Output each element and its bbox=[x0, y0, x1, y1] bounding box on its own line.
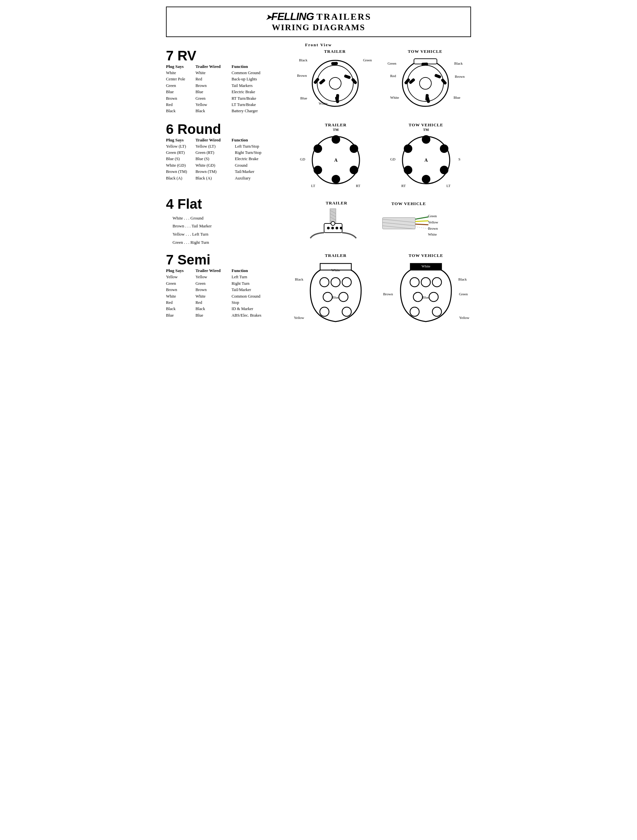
svg-point-32 bbox=[440, 166, 448, 174]
rv7-tow-brown-lbl: Brown bbox=[455, 74, 465, 79]
semi7-row: WhiteWhiteCommon Ground bbox=[166, 293, 291, 300]
flat4-brown-lbl: Brown bbox=[428, 226, 438, 232]
svg-point-33 bbox=[422, 175, 430, 183]
round6-col2-header: Trailer Wired bbox=[196, 137, 232, 143]
rv7-heading: 7 RV bbox=[166, 49, 291, 63]
rv7-trailer-brown-lbl: Brown bbox=[297, 74, 307, 77]
svg-point-47 bbox=[331, 221, 335, 226]
round6-trailer-group: TRAILER A bbox=[308, 122, 364, 189]
rv7-col3-header: Function bbox=[232, 64, 291, 69]
svg-point-43 bbox=[327, 227, 330, 229]
rv7-tow-blue-lbl: Blue bbox=[454, 95, 460, 99]
round6-left: 6 Round Plug Says Trailer Wired Function… bbox=[166, 122, 291, 182]
rv7-tow-group: TOW VEHICLE Green bbox=[398, 49, 453, 109]
round6-row: White (GD)White (GD)Ground bbox=[166, 163, 291, 169]
semi7-trailer-group: TRAILER bbox=[305, 253, 366, 331]
semi7-heading: 7 Semi bbox=[166, 253, 291, 267]
rv7-diagrams: TRAILER bbox=[291, 49, 471, 109]
round6-tow-lt-lbl: LT bbox=[446, 184, 450, 188]
round6-tow-group: TOW VEHICLE A TM S GD RT LT bbox=[398, 122, 454, 189]
round6-trailer-tm-lbl: TM bbox=[333, 128, 339, 131]
svg-point-31 bbox=[440, 144, 448, 153]
svg-point-70 bbox=[413, 292, 423, 302]
semi7-col3-header: Function bbox=[232, 268, 291, 273]
svg-point-59 bbox=[331, 278, 340, 287]
flat4-tow-label: TOW VEHICLE bbox=[379, 201, 438, 206]
round6-table-headers: Plug Says Trailer Wired Function bbox=[166, 137, 291, 143]
rv7-tow-label: TOW VEHICLE bbox=[398, 49, 453, 54]
front-view-label: Front View bbox=[166, 42, 471, 47]
brand-logo: ➤FELLING bbox=[266, 11, 314, 23]
semi7-tow-white-lbl: White bbox=[421, 264, 430, 268]
flat4-yellow-lbl: Yellow bbox=[428, 219, 438, 226]
svg-point-44 bbox=[331, 227, 334, 229]
rv7-row: WhiteWhiteCommon Ground bbox=[166, 70, 291, 76]
semi7-trailer-yellow-lbl: Yellow bbox=[294, 316, 304, 320]
svg-point-58 bbox=[320, 278, 329, 287]
flat4-item: Green . . . Right Turn bbox=[166, 238, 271, 247]
round6-trailer-label: TRAILER bbox=[308, 122, 364, 128]
rv7-row: BrownGreenRT Turn/Brake bbox=[166, 95, 291, 102]
round6-trailer-svg: A bbox=[308, 129, 364, 188]
header-box: ➤FELLING Trailers Wiring Diagrams bbox=[166, 6, 471, 37]
rv7-trailer-black-lbl: Black bbox=[299, 58, 307, 62]
flat4-trailer-label: TRAILER bbox=[304, 201, 369, 206]
rv7-row: RedYellowLT Turn/Brake bbox=[166, 102, 291, 108]
rv7-col2-header: Trailer Wired bbox=[196, 64, 232, 69]
flat4-tow-grp: TOW VEHICLE bbox=[379, 201, 438, 242]
semi7-tow-yellow-lbl: Yellow bbox=[459, 316, 469, 320]
flat4-item: Yellow . . . Left Turn bbox=[166, 231, 271, 238]
rv7-tow-green-lbl: Green bbox=[388, 62, 397, 65]
round6-tow-rt-lbl: RT bbox=[402, 184, 406, 188]
rv7-tow-svg bbox=[398, 55, 453, 108]
svg-point-12 bbox=[419, 77, 431, 89]
svg-point-27 bbox=[314, 144, 322, 153]
round6-section: 6 Round Plug Says Trailer Wired Function… bbox=[166, 122, 471, 189]
svg-text:A: A bbox=[334, 158, 337, 163]
svg-point-2 bbox=[330, 77, 341, 89]
flat4-left: 4 Flat White . . . GroundBrown . . . Tai… bbox=[166, 197, 271, 247]
svg-point-25 bbox=[332, 175, 340, 183]
rv7-data-rows: WhiteWhiteCommon GroundCenter PoleRedBac… bbox=[166, 70, 291, 115]
svg-point-61 bbox=[323, 292, 332, 302]
svg-point-22 bbox=[332, 135, 340, 144]
semi7-tow-label: TOW VEHICLE bbox=[396, 253, 456, 258]
rv7-row: Center PoleRedBack-up Lights bbox=[166, 76, 291, 82]
svg-rect-14 bbox=[421, 63, 428, 66]
round6-diagrams: TRAILER A bbox=[291, 122, 471, 189]
semi7-row: BlackBlackID & Marker bbox=[166, 306, 291, 312]
semi7-tow-black-lbl: Black bbox=[458, 277, 467, 281]
svg-point-24 bbox=[350, 166, 358, 174]
header-trailers: Trailers bbox=[317, 11, 371, 22]
semi7-col2-header: Trailer Wired bbox=[196, 268, 232, 273]
round6-trailer-lt-lbl: LT bbox=[311, 184, 315, 188]
semi7-trailer-label: TRAILER bbox=[305, 253, 366, 258]
svg-point-35 bbox=[404, 144, 412, 153]
round6-trailer-gd-lbl: GD bbox=[300, 157, 305, 161]
round6-row: Black (A)Black (A)Auxiliary bbox=[166, 175, 291, 182]
semi7-row: BrownBrownTail/Marker bbox=[166, 287, 291, 293]
semi7-trailer-black-lbl: Black bbox=[295, 277, 303, 281]
flat4-section: 4 Flat White . . . GroundBrown . . . Tai… bbox=[166, 197, 471, 247]
semi7-section: 7 Semi Plug Says Trailer Wired Function … bbox=[166, 253, 471, 331]
semi7-data-rows: YellowYellowLeft TurnGreenGreenRight Tur… bbox=[166, 274, 291, 319]
semi7-row: GreenGreenRight Turn bbox=[166, 281, 291, 287]
semi7-tow-group: TOW VEHICLE Blue White Black Brown bbox=[396, 253, 456, 331]
round6-tow-label: TOW VEHICLE bbox=[398, 122, 454, 128]
flat4-item: White . . . Ground bbox=[166, 214, 271, 223]
flat4-white-lbl: White bbox=[428, 231, 438, 238]
header-wiring: Wiring Diagrams bbox=[173, 23, 464, 33]
flat4-diagram-area: TRAILER bbox=[304, 201, 438, 243]
rv7-trailer-blue-lbl: Blue bbox=[300, 96, 307, 100]
round6-row: Green (RT)Green (RT)Right Turn/Stop bbox=[166, 150, 291, 156]
svg-point-71 bbox=[429, 292, 438, 302]
svg-text:Blue: Blue bbox=[423, 295, 429, 299]
svg-point-62 bbox=[339, 292, 348, 302]
semi7-row: RedRedStop bbox=[166, 300, 291, 306]
svg-rect-3 bbox=[331, 62, 337, 65]
round6-heading: 6 Round bbox=[166, 122, 291, 136]
flat4-trailer-svg bbox=[304, 207, 369, 242]
semi7-row: BlueBlueABS/Elec. Brakes bbox=[166, 313, 291, 319]
flat4-trailer-grp: TRAILER bbox=[304, 201, 369, 243]
rv7-row: GreenBrownTail Markers bbox=[166, 83, 291, 89]
